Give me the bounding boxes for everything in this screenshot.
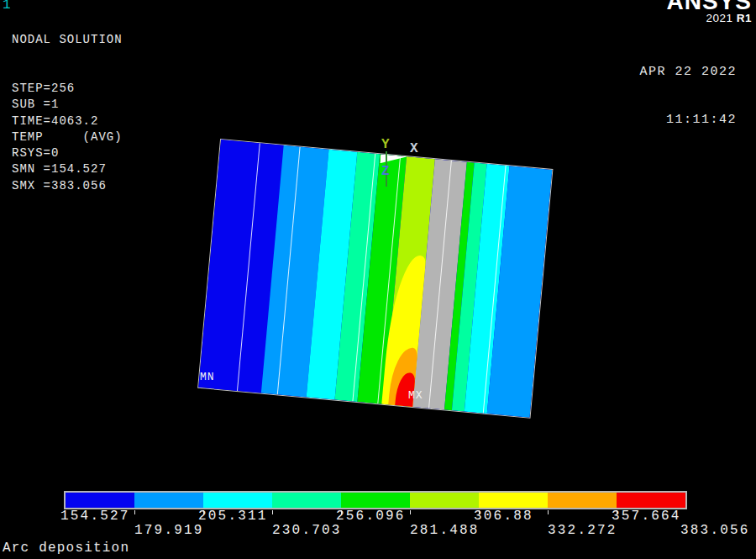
ansys-logo: ANSYS 2021 R1 [667, 0, 752, 24]
solution-info-line: RSYS=0 [12, 145, 123, 161]
ansys-graphics-window: { "window": { "plot_number": "1", "produ… [0, 0, 756, 559]
solution-info-line: SMX =383.056 [12, 178, 123, 194]
min-node-label: MN [200, 371, 215, 383]
legend-color-cell [134, 493, 203, 508]
legend-value-label: 205.311 [198, 509, 268, 524]
legend-tick [548, 510, 549, 514]
legend-color-cell [410, 493, 479, 508]
legend-color-cell [617, 493, 685, 508]
triad-x-label: X [410, 141, 418, 156]
triad-z-label: Z [381, 164, 390, 179]
legend-value-label: 179.919 [134, 523, 204, 538]
legend-color-cell [548, 493, 617, 508]
plot-title: Arc deposition [3, 541, 129, 556]
legend-value-label: 281.488 [410, 523, 480, 538]
legend-color-cell [341, 493, 410, 508]
legend-value-label: 332.272 [548, 523, 617, 538]
solution-info-line: STEP=256 [12, 81, 123, 97]
ansys-logo-wordmark: ANSYS [667, 0, 752, 13]
solution-info-line: SUB =1 [12, 97, 123, 113]
solution-info-line: TIME=4063.2 [12, 113, 123, 129]
legend-color-cell [272, 493, 341, 508]
solution-info-line: SMN =154.527 [12, 161, 123, 177]
max-node-label: MX [408, 389, 423, 402]
legend-value-label: 154.527 [60, 509, 130, 524]
contour-legend: 154.527179.919205.311230.703256.096281.4… [64, 491, 687, 541]
legend-value-label: 230.703 [272, 523, 342, 538]
solution-info-block: NODAL SOLUTION STEP=256SUB =1TIME=4063.2… [12, 5, 123, 208]
contour-plate-model [198, 140, 552, 418]
legend-color-bar [64, 491, 687, 509]
plot-window-number: 1 [3, 0, 11, 13]
datetime-stamp: APR 22 2022 11:11:42 [639, 32, 737, 144]
legend-tick [272, 510, 273, 514]
legend-value-label: 383.056 [680, 523, 750, 538]
legend-value-label: 256.096 [336, 509, 406, 524]
legend-tick [134, 510, 135, 514]
legend-value-label: 357.664 [612, 509, 681, 524]
legend-color-cell [479, 493, 548, 508]
legend-color-cell [66, 493, 134, 508]
legend-tick [410, 510, 411, 514]
solution-info-lines: STEP=256SUB =1TIME=4063.2TEMP (AVG)RSYS=… [12, 81, 123, 194]
solution-info-line: TEMP (AVG) [12, 129, 123, 145]
release-year: 2021 [706, 12, 732, 24]
legend-color-cell [203, 493, 272, 508]
release-suffix: R1 [737, 12, 752, 24]
legend-value-label: 306.88 [474, 509, 533, 524]
triad-y-label: Y [381, 137, 390, 152]
solution-info-title: NODAL SOLUTION [12, 32, 123, 47]
date-label: APR 22 2022 [639, 64, 737, 80]
time-label: 11:11:42 [639, 112, 737, 128]
